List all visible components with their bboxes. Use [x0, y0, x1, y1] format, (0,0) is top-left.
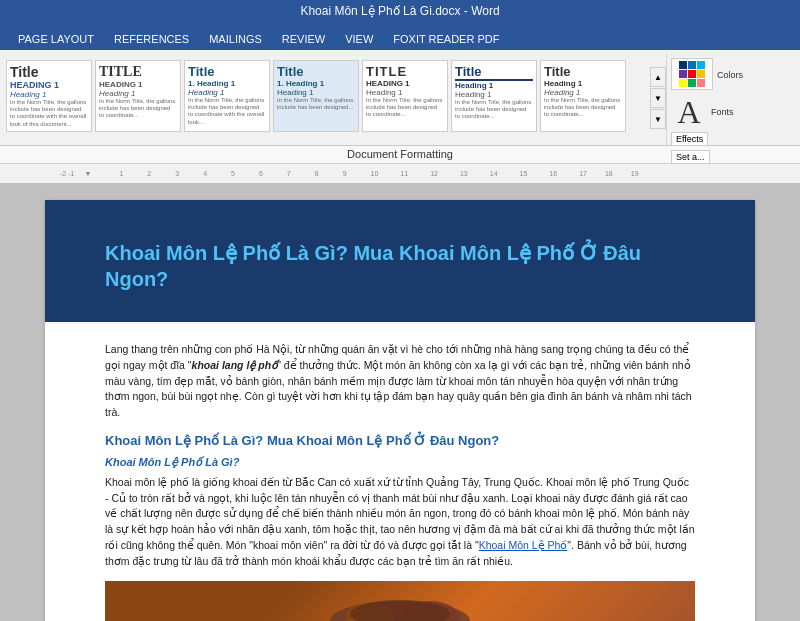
- tab-mailings[interactable]: MAILINGS: [199, 29, 272, 50]
- doc-body: Lang thang trên những con phố Hà Nội, từ…: [105, 342, 695, 621]
- gallery-scroll: ▲ ▼ ▼: [650, 67, 666, 129]
- document-page: Khoai Môn Lệ Phố Là Gì? Mua Khoai Môn Lệ…: [45, 200, 755, 621]
- right-panel: Colors A Fonts Effects Set a...: [666, 54, 796, 145]
- colors-button[interactable]: [671, 58, 713, 90]
- ribbon-tabs: PAGE LAYOUT REFERENCES MAILINGS REVIEW V…: [0, 22, 800, 50]
- fonts-row: A Fonts: [671, 94, 792, 130]
- doc-header-bg: Khoai Môn Lệ Phố Là Gì? Mua Khoai Môn Lệ…: [45, 200, 755, 322]
- link-text[interactable]: Khoai Môn Lệ Phố: [479, 539, 568, 551]
- color-square-2: [688, 61, 696, 69]
- color-square-8: [688, 79, 696, 87]
- style-item-3[interactable]: Title 1. Heading 1 Heading 1 In the Norm…: [184, 60, 270, 132]
- style-item-1[interactable]: Title HEADING 1 Heading 1 In the Norm Ti…: [6, 60, 92, 132]
- style-gallery: Title HEADING 1 Heading 1 In the Norm Ti…: [4, 54, 666, 142]
- color-square-6: [697, 70, 705, 78]
- effects-row: Effects: [671, 132, 792, 148]
- color-square-3: [697, 61, 705, 69]
- color-square-9: [697, 79, 705, 87]
- gallery-scroll-up[interactable]: ▲: [650, 67, 666, 87]
- color-square-7: [679, 79, 687, 87]
- set-default-button[interactable]: Set a...: [671, 150, 710, 164]
- ribbon: Title HEADING 1 Heading 1 In the Norm Ti…: [0, 50, 800, 146]
- tab-references[interactable]: REFERENCES: [104, 29, 199, 50]
- title-bar: Khoai Môn Lệ Phố Là Gi.docx - Word: [0, 0, 800, 22]
- doc-intro-para: Lang thang trên những con phố Hà Nội, từ…: [105, 342, 695, 421]
- ruler-marks: -2 -1 ▼ 1 2 3 4 5 6 7 8 9 10 11 12 13 14…: [60, 170, 740, 177]
- color-squares: [679, 61, 705, 87]
- tab-page-layout[interactable]: PAGE LAYOUT: [8, 29, 104, 50]
- doc-formatting-label: Document Formatting: [347, 148, 453, 160]
- fonts-label: Fonts: [711, 107, 734, 117]
- ruler: -2 -1 ▼ 1 2 3 4 5 6 7 8 9 10 11 12 13 14…: [0, 164, 800, 184]
- style-item-5[interactable]: TITLE HEADING 1 Heading 1 In the Norm Ti…: [362, 60, 448, 132]
- gallery-scroll-down[interactable]: ▼: [650, 88, 666, 108]
- section-title-1: Khoai Môn Lệ Phố Là Gì? Mua Khoai Môn Lệ…: [105, 431, 695, 451]
- tab-foxit[interactable]: FOXIT READER PDF: [383, 29, 509, 50]
- gallery-grid: Title HEADING 1 Heading 1 In the Norm Ti…: [4, 58, 648, 138]
- document-title: Khoai Môn Lệ Phố Là Gi.docx - Word: [300, 4, 499, 18]
- tab-review[interactable]: REVIEW: [272, 29, 335, 50]
- colors-row: Colors: [671, 58, 792, 92]
- sub-title-1: Khoai Môn Lệ Phố Là Gì?: [105, 454, 695, 471]
- tab-view[interactable]: VIEW: [335, 29, 383, 50]
- effects-button[interactable]: Effects: [671, 132, 708, 146]
- fonts-button[interactable]: A: [671, 94, 707, 130]
- color-square-4: [679, 70, 687, 78]
- doc-main-title: Khoai Môn Lệ Phố Là Gì? Mua Khoai Môn Lệ…: [105, 240, 695, 292]
- style-item-7[interactable]: Title Heading 1 Heading 1 In the Norm Ti…: [540, 60, 626, 132]
- colors-label: Colors: [717, 70, 743, 80]
- bold-italic-text: khoai lang lệ phố: [192, 359, 278, 371]
- style-item-6[interactable]: Title Heading 1 Heading 1 In the Norm Ti…: [451, 60, 537, 132]
- color-square-5: [688, 70, 696, 78]
- taro-image-svg: [300, 586, 500, 621]
- doc-image: [105, 581, 695, 621]
- color-square-1: [679, 61, 687, 69]
- document-area: Khoai Môn Lệ Phố Là Gì? Mua Khoai Môn Lệ…: [0, 184, 800, 621]
- doc-body-para-1: Khoai môn lệ phố là giống khoai đến từ B…: [105, 475, 695, 570]
- gallery-expand[interactable]: ▼: [650, 109, 666, 129]
- style-item-2[interactable]: TITLE HEADING 1 Heading 1 In the Norm Ti…: [95, 60, 181, 132]
- style-item-4[interactable]: Title 1. Heading 1 Heading 1 In the Norm…: [273, 60, 359, 132]
